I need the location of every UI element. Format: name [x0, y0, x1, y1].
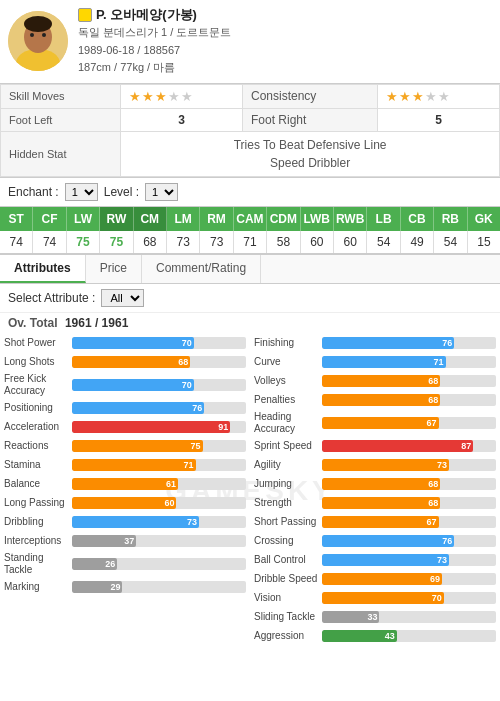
- attr-name: Sliding Tackle: [254, 611, 322, 623]
- attr-value: 43: [385, 631, 395, 641]
- attr-item: Dribbling73: [4, 514, 246, 530]
- level-select[interactable]: 123: [145, 183, 178, 201]
- attr-bar: 76: [322, 337, 454, 349]
- attr-bar-wrap: 67: [322, 417, 496, 429]
- attr-value: 33: [367, 612, 377, 622]
- pos-cell-cm[interactable]: CM: [134, 207, 167, 231]
- attr-bar: 67: [322, 417, 439, 429]
- attr-value: 70: [432, 593, 442, 603]
- attr-bar: 37: [72, 535, 136, 547]
- hidden-stat-row: Hidden Stat Tries To Beat Defensive Line…: [1, 131, 500, 176]
- val-cell-1: 74: [33, 231, 66, 253]
- attr-bar-wrap: 91: [72, 421, 246, 433]
- attr-bar: 73: [322, 459, 449, 471]
- attr-bar-wrap: 73: [72, 516, 246, 528]
- attr-item: Agility73: [254, 457, 496, 473]
- attr-item: Finishing76: [254, 335, 496, 351]
- pos-cell-rwb[interactable]: RWB: [334, 207, 367, 231]
- skill-stars: ★ ★ ★ ★ ★: [129, 89, 193, 104]
- pos-cell-cf[interactable]: CF: [33, 207, 66, 231]
- tab-attributes[interactable]: Attributes: [0, 255, 86, 283]
- attr-name: Agility: [254, 459, 322, 471]
- attr-name: Positioning: [4, 402, 72, 414]
- attr-bar-wrap: 70: [72, 337, 246, 349]
- attr-bar: 33: [322, 611, 379, 623]
- attr-value: 71: [184, 460, 194, 470]
- overall-val: 1961 / 1961: [65, 316, 128, 330]
- attr-item: Marking29: [4, 579, 246, 595]
- attr-value: 76: [192, 403, 202, 413]
- foot-right-value: 5: [378, 108, 500, 131]
- attr-item: Acceleration91: [4, 419, 246, 435]
- val-cell-2: 75: [67, 231, 100, 253]
- attr-item: Penalties68: [254, 392, 496, 408]
- attr-bar-wrap: 33: [322, 611, 496, 623]
- attr-item: Balance61: [4, 476, 246, 492]
- pos-cell-lm[interactable]: LM: [167, 207, 200, 231]
- attr-name: Balance: [4, 478, 72, 490]
- hidden-stat-value: Tries To Beat Defensive LineSpeed Dribbl…: [121, 131, 500, 176]
- attr-bar: 70: [322, 592, 444, 604]
- attr-bar: 68: [322, 394, 440, 406]
- attr-value: 67: [427, 517, 437, 527]
- pos-cell-rb[interactable]: RB: [434, 207, 467, 231]
- attr-bar-wrap: 71: [322, 356, 496, 368]
- val-cell-8: 58: [267, 231, 300, 253]
- pos-cell-st[interactable]: ST: [0, 207, 33, 231]
- attr-value: 70: [182, 338, 192, 348]
- attr-bar: 68: [322, 497, 440, 509]
- attr-name: Long Shots: [4, 356, 72, 368]
- attr-item: Long Shots68: [4, 354, 246, 370]
- attr-name: Shot Power: [4, 337, 72, 349]
- attr-bar: 71: [322, 356, 446, 368]
- attr-bar: 68: [72, 356, 190, 368]
- skill-row: Skill Moves ★ ★ ★ ★ ★ Consistency ★ ★ ★ …: [1, 84, 500, 108]
- pos-cell-rm[interactable]: RM: [200, 207, 233, 231]
- attr-bar-wrap: 70: [322, 592, 496, 604]
- attr-bar: 60: [72, 497, 176, 509]
- pos-cell-rw[interactable]: RW: [100, 207, 133, 231]
- pos-cell-cdm[interactable]: CDM: [267, 207, 300, 231]
- consistency-stars: ★ ★ ★ ★ ★: [378, 84, 500, 108]
- pos-cell-lw[interactable]: LW: [67, 207, 100, 231]
- enchant-select[interactable]: 123: [65, 183, 98, 201]
- level-label: Level :: [104, 185, 139, 199]
- attr-name: Dribbling: [4, 516, 72, 528]
- attr-bar-wrap: 76: [72, 402, 246, 414]
- pos-cell-lb[interactable]: LB: [367, 207, 400, 231]
- attr-name: Free Kick Accuracy: [4, 373, 72, 397]
- attr-value: 68: [428, 479, 438, 489]
- tabs-row: AttributesPriceComment/Rating: [0, 255, 500, 284]
- attr-item: Standing Tackle26: [4, 552, 246, 576]
- pos-cell-lwb[interactable]: LWB: [301, 207, 334, 231]
- tab-price[interactable]: Price: [86, 255, 142, 283]
- attr-bar-wrap: 76: [322, 337, 496, 349]
- pos-cell-gk[interactable]: GK: [468, 207, 500, 231]
- attr-item: Short Passing67: [254, 514, 496, 530]
- attr-name: Long Passing: [4, 497, 72, 509]
- attr-bar: 70: [72, 337, 194, 349]
- tab-commentrating[interactable]: Comment/Rating: [142, 255, 261, 283]
- attr-value: 75: [190, 441, 200, 451]
- attr-item: Stamina71: [4, 457, 246, 473]
- attr-value: 67: [427, 418, 437, 428]
- attr-select[interactable]: All: [101, 289, 144, 307]
- attr-name: Stamina: [4, 459, 72, 471]
- attr-name: Penalties: [254, 394, 322, 406]
- attr-item: Free Kick Accuracy70: [4, 373, 246, 397]
- attr-name: Curve: [254, 356, 322, 368]
- attr-bar: 69: [322, 573, 442, 585]
- attr-bar-wrap: 71: [72, 459, 246, 471]
- attr-value: 60: [164, 498, 174, 508]
- pos-cell-cam[interactable]: CAM: [234, 207, 267, 231]
- attr-value: 71: [434, 357, 444, 367]
- attr-item: Sliding Tackle33: [254, 609, 496, 625]
- pos-cell-cb[interactable]: CB: [401, 207, 434, 231]
- svg-point-4: [24, 16, 52, 32]
- attr-item: Reactions75: [4, 438, 246, 454]
- attr-value: 68: [428, 498, 438, 508]
- val-cell-7: 71: [234, 231, 267, 253]
- attr-name: Aggression: [254, 630, 322, 642]
- svg-point-6: [42, 33, 46, 37]
- attr-bar-wrap: 76: [322, 535, 496, 547]
